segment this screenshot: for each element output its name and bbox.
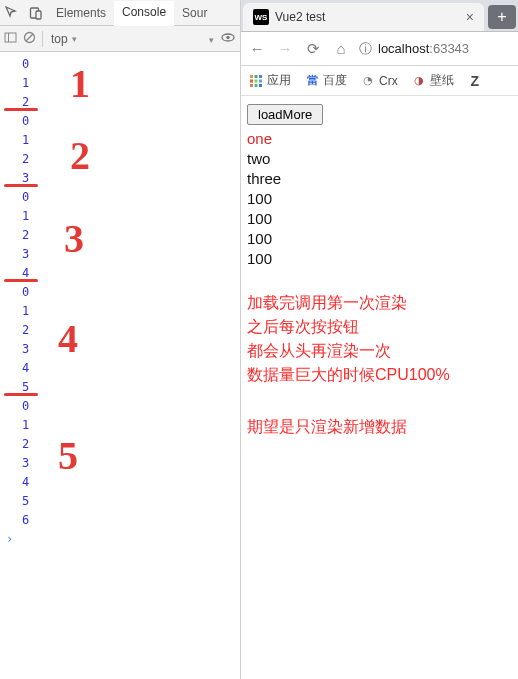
- annotation-note: 加载完调用第一次渲染之后每次按按钮都会从头再渲染一次数据量巨大的时候CPU100…: [247, 291, 512, 387]
- svg-rect-12: [255, 79, 258, 82]
- clear-console-icon[interactable]: [23, 31, 36, 47]
- console-row: 2: [0, 149, 240, 168]
- console-row: 0: [0, 282, 240, 301]
- browser-tabstrip: WS Vue2 test × +: [241, 0, 518, 32]
- note-line: 之后每次按按钮: [247, 315, 512, 339]
- svg-point-7: [226, 35, 229, 38]
- note-line: 加载完调用第一次渲染: [247, 291, 512, 315]
- bookmark-label: Crx: [379, 74, 398, 88]
- console-row: 1: [0, 415, 240, 434]
- bookmark-label: 百度: [323, 72, 347, 89]
- console-row: 4: [0, 472, 240, 491]
- level-selector[interactable]: [207, 32, 214, 46]
- item-list: onetwothree100100100100: [247, 129, 512, 269]
- console-row: 0: [0, 111, 240, 130]
- bookmark-crx[interactable]: ◔ Crx: [361, 74, 398, 88]
- crx-icon: ◔: [361, 74, 375, 88]
- inspect-icon[interactable]: [0, 6, 24, 20]
- list-item: 100: [247, 209, 512, 229]
- svg-rect-11: [250, 79, 253, 82]
- svg-rect-10: [259, 75, 262, 78]
- bookmark-apps[interactable]: 应用: [249, 72, 291, 89]
- browser-tab[interactable]: WS Vue2 test ×: [243, 3, 484, 31]
- bookmark-wallpaper[interactable]: ◑ 壁纸: [412, 72, 454, 89]
- svg-rect-2: [5, 33, 16, 42]
- list-item: 100: [247, 229, 512, 249]
- svg-rect-14: [250, 84, 253, 87]
- console-row: 1: [0, 206, 240, 225]
- bookmark-baidu[interactable]: 當 百度: [305, 72, 347, 89]
- svg-rect-8: [250, 75, 253, 78]
- list-item: three: [247, 169, 512, 189]
- console-row: 3: [0, 244, 240, 263]
- annotation-note-2: 期望是只渲染新增数据: [247, 415, 512, 439]
- list-item: two: [247, 149, 512, 169]
- console-row: 1: [0, 73, 240, 92]
- tab-sources[interactable]: Sour: [174, 0, 215, 25]
- console-row: 6: [0, 510, 240, 529]
- apps-icon: [249, 74, 263, 88]
- sidebar-toggle-icon[interactable]: [4, 31, 17, 47]
- console-row: 2: [0, 434, 240, 453]
- console-row: 1: [0, 301, 240, 320]
- console-toolbar: top: [0, 26, 240, 52]
- console-separator: [4, 279, 38, 282]
- svg-rect-1: [36, 11, 41, 19]
- console-separator: [4, 108, 38, 111]
- url-port: :63343: [429, 41, 469, 56]
- console-separator: [4, 184, 38, 187]
- browser-window: WS Vue2 test × + ← → ⟳ ⌂ ⓘ localhost:633…: [241, 0, 518, 679]
- loadmore-button[interactable]: loadMore: [247, 104, 323, 125]
- list-item: 100: [247, 249, 512, 269]
- context-selector[interactable]: top: [49, 32, 79, 46]
- svg-rect-16: [259, 84, 262, 87]
- tab-elements[interactable]: Elements: [48, 0, 114, 25]
- console-row: 5: [0, 491, 240, 510]
- console-row: 2: [0, 225, 240, 244]
- new-tab-button[interactable]: +: [488, 5, 516, 29]
- svg-rect-13: [259, 79, 262, 82]
- console-row: 1: [0, 130, 240, 149]
- url-host: localhost: [378, 41, 429, 56]
- console-row: 0: [0, 187, 240, 206]
- list-item: one: [247, 129, 512, 149]
- page-content: loadMore onetwothree100100100100 加载完调用第一…: [241, 96, 518, 679]
- list-item: 100: [247, 189, 512, 209]
- svg-line-5: [26, 34, 33, 41]
- note-line: 都会从头再渲染一次: [247, 339, 512, 363]
- live-expression-icon[interactable]: [220, 31, 236, 47]
- note-line: 数据量巨大的时候CPU100%: [247, 363, 512, 387]
- svg-rect-15: [255, 84, 258, 87]
- z-icon: Z: [468, 74, 482, 88]
- console-output: 0120123012340123450123456›: [0, 52, 240, 679]
- address-bar: ← → ⟳ ⌂ ⓘ localhost:63343: [241, 32, 518, 66]
- bookmark-label: 壁纸: [430, 72, 454, 89]
- site-info-icon[interactable]: ⓘ: [359, 40, 372, 58]
- console-prompt[interactable]: ›: [0, 529, 240, 549]
- tab-title: Vue2 test: [275, 10, 460, 24]
- console-row: 2: [0, 320, 240, 339]
- device-icon[interactable]: [24, 6, 48, 20]
- devtools-panel: Elements Console Sour top 01201230123401…: [0, 0, 241, 679]
- devtools-tabstrip: Elements Console Sour: [0, 0, 240, 26]
- console-separator: [4, 393, 38, 396]
- favicon: WS: [253, 9, 269, 25]
- back-icon[interactable]: ←: [247, 40, 267, 57]
- bookmark-label: 应用: [267, 72, 291, 89]
- console-row: 3: [0, 453, 240, 472]
- console-row: 0: [0, 396, 240, 415]
- forward-icon[interactable]: →: [275, 40, 295, 57]
- tab-console[interactable]: Console: [114, 1, 174, 26]
- home-icon[interactable]: ⌂: [331, 40, 351, 57]
- close-icon[interactable]: ×: [466, 9, 474, 25]
- console-row: 4: [0, 358, 240, 377]
- baidu-icon: 當: [305, 74, 319, 88]
- bookmark-z[interactable]: Z: [468, 74, 482, 88]
- bookmarks-bar: 应用 當 百度 ◔ Crx ◑ 壁纸 Z: [241, 66, 518, 96]
- svg-rect-9: [255, 75, 258, 78]
- reload-icon[interactable]: ⟳: [303, 40, 323, 58]
- console-row: 0: [0, 54, 240, 73]
- console-row: 3: [0, 339, 240, 358]
- wallpaper-icon: ◑: [412, 74, 426, 88]
- url-field[interactable]: ⓘ localhost:63343: [359, 40, 512, 58]
